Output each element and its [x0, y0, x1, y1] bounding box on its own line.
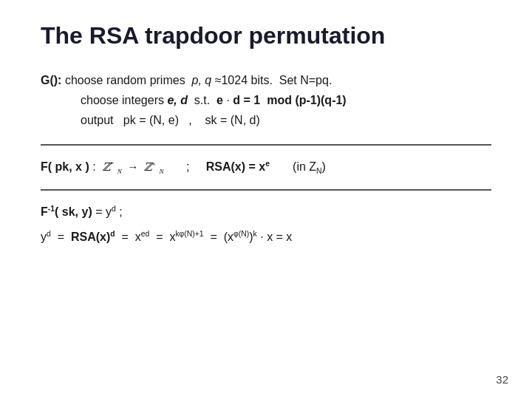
- g-line1-text: choose random primes p, q ≈1024 bits. Se…: [65, 74, 332, 86]
- slide-title: The RSA trapdoor permutation: [41, 22, 491, 50]
- finv-label: F-1( sk, y): [41, 205, 92, 218]
- section-finv: F-1( sk, y) = yd ; yd = RSA(x)d = xed = …: [41, 201, 491, 249]
- section-f: F( pk, x ) : ℤ* N → ℤ× N ; RSA(x) = xe: [41, 156, 491, 179]
- divider-1: [41, 144, 491, 146]
- page-number: 32: [496, 373, 508, 386]
- finv-eq: = yd ;: [95, 205, 122, 218]
- f-in-group: (in ZN): [293, 160, 326, 173]
- g-line3: output pk = (N, e) , sk = (N, d): [81, 110, 491, 130]
- slide-container: The RSA trapdoor permutation G(): choose…: [0, 0, 532, 399]
- g-label: G():: [41, 74, 61, 86]
- finv-line1: F-1( sk, y) = yd ;: [41, 201, 491, 223]
- f-line1: F( pk, x ) : ℤ* N → ℤ× N ; RSA(x) = xe: [41, 156, 491, 179]
- section-g: G(): choose random primes p, q ≈1024 bit…: [41, 70, 491, 131]
- f-domain: ℤ* N → ℤ× N: [103, 161, 167, 173]
- divider-2: [41, 189, 491, 191]
- f-label: F( pk, x ): [41, 160, 89, 173]
- g-line2: choose integers e, d s.t. e · d = 1 mod …: [81, 90, 491, 110]
- f-rsa-def: RSA(x) = xe: [206, 160, 270, 173]
- g-line1: G(): choose random primes p, q ≈1024 bit…: [41, 70, 491, 90]
- finv-line2: yd = RSA(x)d = xed = xkφ(N)+1 = (xφ(N))k…: [41, 226, 491, 248]
